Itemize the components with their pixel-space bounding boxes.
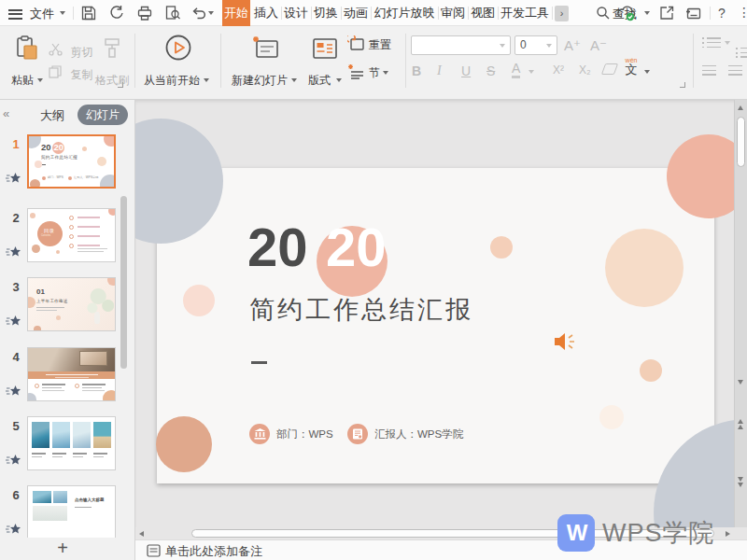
- tab-devtools[interactable]: 开发工具: [499, 0, 551, 26]
- scroll-down-arrow[interactable]: [738, 380, 743, 385]
- slide-thumbnail-2[interactable]: 目录 Contents: [27, 208, 116, 262]
- new-slide-button[interactable]: 新建幻灯片: [230, 32, 301, 91]
- collapse-panel-button[interactable]: «: [3, 106, 9, 120]
- watermark-text: WPS学院: [602, 516, 715, 550]
- layout-button[interactable]: 版式: [304, 32, 345, 91]
- layout-icon: [312, 37, 338, 60]
- slide-thumbnail-6[interactable]: 点击输入大标题: [27, 485, 116, 538]
- slide-row-3: 3 01 上半年工作概述: [0, 277, 135, 333]
- slide-thumbnail-5[interactable]: [27, 416, 116, 470]
- vertical-scroll-thumb[interactable]: [737, 117, 745, 167]
- format-painter-button[interactable]: 格式刷: [93, 32, 131, 91]
- department-label: 部门：WPS: [276, 427, 333, 441]
- scroll-left-arrow[interactable]: [139, 531, 144, 537]
- vertical-scrollbar[interactable]: [734, 100, 747, 527]
- panel-bottom-bar: +: [0, 538, 134, 560]
- wps-logo: W: [557, 514, 595, 552]
- subscript-button[interactable]: X₂: [579, 63, 591, 77]
- align-left-button[interactable]: [702, 65, 716, 76]
- file-menu[interactable]: 文件: [30, 6, 54, 22]
- tab-slideshow[interactable]: 幻灯片放映: [372, 0, 437, 26]
- animation-star-icon: [6, 454, 21, 470]
- divider: [73, 7, 74, 20]
- reset-button[interactable]: 重置: [347, 35, 400, 54]
- copy-button[interactable]: 复制: [49, 65, 92, 83]
- tab-home[interactable]: 开始: [222, 0, 250, 26]
- tab-animation[interactable]: 动画: [342, 0, 370, 26]
- slide-title-text: 简约工作总结汇报: [249, 293, 473, 327]
- print-preview-icon[interactable]: [164, 5, 181, 21]
- main-menu-icon[interactable]: [8, 7, 22, 21]
- slide-number: 3: [7, 280, 24, 294]
- next-slide-button-2[interactable]: [738, 483, 743, 487]
- previous-slide-button-2[interactable]: [738, 425, 743, 429]
- tab-insert[interactable]: 插入: [252, 0, 280, 26]
- undo-caret[interactable]: [208, 11, 214, 15]
- animation-star-icon: [6, 523, 21, 538]
- phonetic-caret[interactable]: [644, 70, 650, 74]
- section-button[interactable]: 节: [347, 63, 400, 82]
- numbering-button[interactable]: [736, 48, 747, 58]
- next-slide-button[interactable]: [738, 477, 743, 482]
- scroll-right-arrow[interactable]: [726, 531, 730, 537]
- file-menu-caret[interactable]: [60, 11, 65, 15]
- slide-number: 1: [7, 137, 24, 151]
- align-center-button[interactable]: [728, 65, 742, 76]
- audio-speaker-icon[interactable]: [553, 330, 577, 353]
- slide-thumbnail-4[interactable]: [27, 347, 116, 401]
- phonetic-char: 文: [622, 63, 641, 77]
- share-icon[interactable]: [658, 5, 675, 21]
- tab-outline[interactable]: 大纲: [40, 107, 64, 124]
- slide-thumbnail-1[interactable]: 20 20 简约工作总结汇报 部门：WPS 汇报人：WPS学院: [27, 134, 116, 189]
- superscript-button[interactable]: X²: [553, 63, 564, 77]
- department-icon: [249, 424, 270, 444]
- slide-number: 4: [7, 350, 24, 364]
- add-slide-button[interactable]: +: [49, 538, 77, 560]
- search-icon[interactable]: [596, 6, 613, 22]
- bold-button[interactable]: B: [412, 63, 421, 78]
- shrink-font-button[interactable]: A⁻: [590, 37, 607, 54]
- tab-design[interactable]: 设计: [282, 0, 310, 26]
- underline-button[interactable]: U: [461, 63, 471, 78]
- cloud-sync-icon[interactable]: [616, 5, 641, 21]
- undo-icon[interactable]: [190, 5, 207, 21]
- italic-button[interactable]: I: [437, 63, 442, 78]
- help-button[interactable]: ?: [718, 6, 726, 21]
- paste-button[interactable]: 粘贴: [7, 32, 45, 91]
- play-from-current-button[interactable]: 从当前开始: [142, 32, 213, 91]
- cloud-caret[interactable]: [644, 11, 650, 15]
- wps-presentation-window: 文件 开始 插入 设计 切换 动画 幻灯片放映 审阅: [0, 0, 747, 560]
- print-icon[interactable]: [136, 5, 153, 21]
- tab-review[interactable]: 审阅: [439, 0, 467, 26]
- reset-icon: [347, 35, 365, 51]
- font-name-combo[interactable]: [411, 35, 511, 55]
- more-tabs-button[interactable]: ›: [555, 6, 569, 21]
- panel-tabs: « 大纲 幻灯片: [0, 100, 134, 130]
- font-size-combo[interactable]: 0: [514, 35, 557, 55]
- new-window-icon[interactable]: [684, 5, 701, 21]
- phonetic-guide-button[interactable]: wén 文: [622, 57, 641, 81]
- cut-button[interactable]: 剪切: [49, 43, 92, 61]
- scissors-icon: [49, 43, 63, 56]
- scroll-up-arrow[interactable]: [738, 105, 743, 110]
- animation-star-icon: [6, 315, 21, 331]
- output-icon[interactable]: [108, 5, 125, 21]
- panel-scrollbar[interactable]: [120, 196, 127, 369]
- notes-placeholder[interactable]: 单击此处添加备注: [165, 543, 262, 560]
- slide-thumbnail-3[interactable]: 01 上半年工作概述: [27, 277, 116, 331]
- save-icon[interactable]: [80, 5, 97, 21]
- tab-slides[interactable]: 幻灯片: [78, 105, 128, 125]
- font-color-button[interactable]: A: [512, 62, 520, 78]
- tab-view[interactable]: 视图: [469, 0, 497, 26]
- clear-format-icon[interactable]: [601, 63, 618, 75]
- previous-slide-button[interactable]: [738, 419, 743, 424]
- grow-font-button[interactable]: A⁺: [564, 37, 581, 54]
- font-color-caret[interactable]: [529, 70, 534, 74]
- animation-star-icon: [6, 245, 21, 262]
- tab-transition[interactable]: 切换: [312, 0, 340, 26]
- section-icon: [347, 63, 365, 79]
- more-menu-button[interactable]: ⋮: [738, 5, 747, 20]
- slide-number: 5: [7, 419, 24, 433]
- slide-row-4: 4: [0, 347, 135, 403]
- strikethrough-button[interactable]: S: [486, 63, 495, 78]
